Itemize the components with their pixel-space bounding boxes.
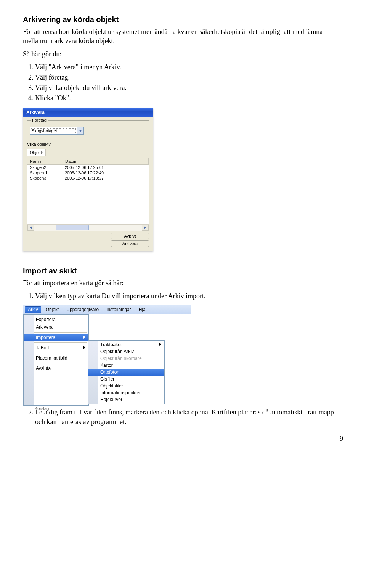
step: Välj vilka objekt du vill arkivera.	[35, 83, 343, 93]
dropdown-label: Importera	[36, 335, 55, 340]
dialog-title: Arkivera	[23, 108, 153, 117]
menu-objekt[interactable]: Objekt	[43, 306, 62, 313]
list-item[interactable]: Skogen 1 2005-12-06 17:22:49	[27, 170, 149, 175]
submenu-label: Informationspunkter	[100, 390, 141, 395]
importera-submenu: Traktpaket Objekt från Arkiv Objekt från…	[88, 340, 165, 404]
dropdown-label: Placera kartbild	[36, 355, 67, 361]
submenu-item-traktpaket[interactable]: Traktpaket	[88, 341, 164, 348]
company-group: Företag Skogsbolaget	[27, 120, 149, 138]
cell-date: 2005-12-06 17:25:01	[63, 165, 149, 170]
dropdown-item-avsluta[interactable]: Avsluta	[24, 365, 88, 372]
section1-lead: Så här gör du:	[23, 50, 343, 59]
dropdown-label: Avsluta	[36, 366, 51, 371]
dropdown-label: TaBort	[36, 345, 49, 350]
menubar: Arkiv Objekt Uppdragsgivare Inställninga…	[23, 305, 191, 314]
objects-listbox[interactable]: Namn Datum Skogen2 2005-12-06 17:25:01 S…	[27, 158, 149, 231]
cell-date: 2005-12-06 17:22:49	[63, 170, 149, 175]
objects-label: Objekt:	[27, 149, 46, 156]
list-header: Namn Datum	[27, 158, 149, 165]
step: Välj vilken typ av karta Du vill importe…	[35, 291, 343, 301]
archive-dialog: Arkivera Företag Skogsbolaget Vilka obje…	[23, 108, 153, 251]
dropdown-item-importera[interactable]: Importera	[24, 334, 88, 341]
cell-name: Skogen 1	[27, 170, 63, 175]
arkiv-dropdown: Exportera Arkivera Importera TaBort	[23, 314, 89, 406]
company-value: Skogsbolaget	[30, 129, 77, 133]
step: Välj företag.	[35, 73, 343, 82]
menu-hjalp[interactable]: Hjä	[136, 306, 149, 313]
submenu-item-objekt-skordare: Objekt från skördare	[88, 355, 164, 362]
company-group-label: Företag	[30, 118, 48, 122]
horizontal-scrollbar[interactable]	[27, 224, 149, 231]
cell-name: Skogen3	[27, 175, 63, 181]
cell-date: 2005-12-06 17:19:27	[63, 175, 149, 181]
submenu-label: Ortofoton	[100, 370, 119, 375]
list-item[interactable]: Skogen3 2005-12-06 17:19:27	[27, 175, 149, 181]
dropdown-item-arkivera[interactable]: Arkivera	[24, 323, 88, 331]
col-header-name[interactable]: Namn	[27, 158, 63, 164]
scroll-left-button[interactable]	[27, 225, 34, 231]
section2-intro: För att importera en karta gör så här:	[23, 278, 343, 288]
submenu-item-kartor[interactable]: Kartor	[88, 362, 164, 369]
page-number: 9	[23, 435, 343, 443]
cancel-button[interactable]: Avbryt	[111, 233, 149, 239]
scroll-track[interactable]	[34, 225, 142, 231]
archive-button[interactable]: Arkivera	[111, 240, 149, 247]
section2-steps: Välj vilken typ av karta Du vill importe…	[35, 291, 343, 301]
company-combo[interactable]: Skogsbolaget	[30, 127, 84, 135]
list-item[interactable]: Skogen2 2005-12-06 17:25:01	[27, 165, 149, 170]
dropdown-item-placera[interactable]: Placera kartbild	[24, 354, 88, 362]
submenu-label: Gisfiler	[100, 376, 114, 382]
which-objects-label: Vilka objekt?	[27, 142, 149, 146]
section1-heading: Arkivering av körda objekt	[23, 15, 343, 24]
cell-name: Skogen2	[27, 165, 63, 170]
dropdown-item-exportera[interactable]: Exportera	[24, 316, 88, 323]
submenu-item-informationspunkter[interactable]: Informationspunkter	[88, 389, 164, 396]
submenu-arrow-icon	[159, 342, 161, 347]
submenu-label: Traktpaket	[100, 342, 122, 347]
submenu-item-ortofoton[interactable]: Ortofoton	[88, 369, 164, 376]
submenu-item-objekt-arkiv[interactable]: Objekt från Arkiv	[88, 348, 164, 355]
submenu-label: Objekt från Arkiv	[100, 349, 134, 354]
submenu-item-hojdkurvor[interactable]: Höjdkurvor	[88, 396, 164, 403]
section2-heading: Import av skikt	[23, 267, 343, 275]
menu-uppdragsgivare[interactable]: Uppdragsgivare	[63, 306, 102, 313]
step: Klicka "Ok".	[35, 93, 343, 103]
submenu-arrow-icon	[83, 335, 85, 340]
submenu-label: Kartor	[100, 363, 113, 368]
chevron-down-icon[interactable]	[77, 127, 83, 134]
submenu-item-objektsfiler[interactable]: Objektsfiler	[88, 382, 164, 389]
submenu-label: Höjdkurvor	[100, 397, 122, 402]
step: Välj "Arkivera" i menyn Arkiv.	[35, 63, 343, 72]
scroll-right-button[interactable]	[142, 225, 149, 231]
dropdown-label: Arkivera	[36, 325, 53, 330]
section1-intro: För att rensa bort körda objekt ur syste…	[23, 27, 343, 46]
dropdown-label: Exportera	[36, 317, 56, 322]
background-item: Körslag	[23, 406, 84, 413]
menu-arkiv[interactable]: Arkiv	[25, 306, 41, 313]
scroll-thumb[interactable]	[56, 225, 89, 230]
submenu-label: Objekt från skördare	[100, 356, 142, 361]
submenu-label: Objektsfiler	[100, 383, 123, 389]
menu-screenshot: Arkiv Objekt Uppdragsgivare Inställninga…	[23, 305, 191, 406]
col-header-date[interactable]: Datum	[63, 158, 149, 164]
section1-steps: Välj "Arkivera" i menyn Arkiv. Välj före…	[35, 63, 343, 103]
submenu-item-gisfiler[interactable]: Gisfiler	[88, 376, 164, 382]
submenu-arrow-icon	[83, 345, 85, 350]
dropdown-item-tabort[interactable]: TaBort	[24, 344, 88, 352]
menu-installningar[interactable]: Inställningar	[103, 306, 134, 313]
